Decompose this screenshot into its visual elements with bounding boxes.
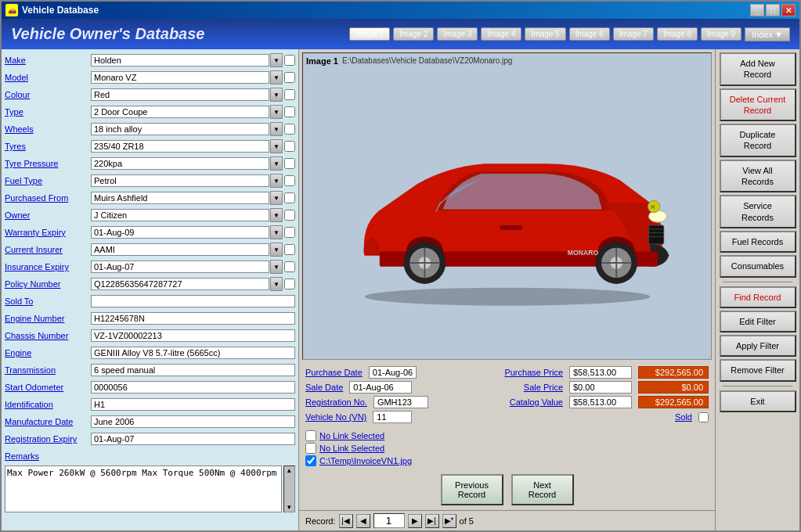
image-tab-4[interactable]: Image 4 [481, 27, 521, 41]
maximize-button[interactable]: □ [766, 4, 780, 16]
type-input[interactable] [91, 106, 269, 118]
close-button[interactable]: ✕ [781, 4, 796, 16]
purchased-from-input[interactable] [91, 192, 269, 204]
fuel-type-label[interactable]: Fuel Type [5, 176, 91, 185]
insurance-expiry-dropdown-icon[interactable]: ▼ [270, 260, 283, 274]
make-input[interactable] [91, 54, 269, 66]
tyre-pressure-checkbox[interactable] [284, 158, 295, 169]
sale-price-label[interactable]: Sale Price [524, 383, 563, 392]
tyres-label[interactable]: Tyres [5, 142, 91, 151]
current-insurer-dropdown-icon[interactable]: ▼ [270, 243, 283, 257]
registration-expiry-input[interactable] [91, 433, 295, 445]
record-last-button[interactable]: ▶| [425, 514, 439, 528]
warranty-expiry-checkbox[interactable] [284, 227, 295, 238]
apply-filter-button[interactable]: Apply Filter [720, 335, 796, 357]
scroll-down-icon[interactable]: ▼ [286, 504, 292, 511]
scroll-up-icon[interactable]: ▲ [286, 467, 292, 474]
colour-checkbox[interactable] [284, 89, 295, 100]
sold-to-input[interactable] [91, 295, 295, 307]
image-tab-8[interactable]: Image 8 [657, 27, 698, 41]
image-tab-2[interactable]: Image 2 [393, 27, 434, 41]
link-1-text[interactable]: No Link Selected [319, 431, 384, 440]
purchased-from-checkbox[interactable] [284, 192, 295, 203]
fuel-type-checkbox[interactable] [284, 175, 295, 186]
find-record-button[interactable]: Find Record [720, 286, 796, 308]
record-prev-button[interactable]: ◀ [356, 514, 370, 528]
next-record-button[interactable]: NextRecord [511, 474, 574, 505]
start-odometer-input[interactable] [91, 381, 295, 394]
sold-to-label[interactable]: Sold To [5, 297, 91, 306]
vehicle-no-input[interactable] [373, 411, 412, 423]
engine-number-label[interactable]: Engine Number [5, 314, 91, 323]
wheels-checkbox[interactable] [284, 124, 295, 135]
colour-dropdown-icon[interactable]: ▼ [270, 88, 283, 102]
owner-input[interactable] [91, 209, 269, 221]
manufacture-date-label[interactable]: Manufacture Date [5, 417, 91, 426]
identification-label[interactable]: Identification [5, 400, 91, 409]
make-dropdown-icon[interactable]: ▼ [270, 53, 283, 67]
link-2-text[interactable]: No Link Selected [319, 444, 384, 453]
remarks-textarea[interactable]: Max Power 260kW @ 5600rpm Max Torque 500… [5, 466, 282, 512]
model-label[interactable]: Model [5, 73, 91, 82]
purchase-price-label[interactable]: Purchase Price [504, 368, 563, 377]
tyres-checkbox[interactable] [284, 141, 295, 152]
remarks-scrollbar[interactable]: ▲ ▼ [283, 466, 295, 512]
consumables-button[interactable]: Consumables [720, 255, 796, 277]
wheels-input[interactable] [91, 123, 269, 135]
image-tab-7[interactable]: Image 7 [613, 27, 654, 41]
vehicle-no-label[interactable]: Vehicle No (VN) [305, 412, 366, 422]
current-insurer-label[interactable]: Current Insurer [5, 245, 91, 254]
type-dropdown-icon[interactable]: ▼ [270, 105, 283, 119]
record-first-button[interactable]: |◀ [339, 514, 353, 528]
image-tab-6[interactable]: Image 6 [569, 27, 610, 41]
index-button[interactable]: Index ▼ [745, 27, 790, 41]
tyre-pressure-dropdown-icon[interactable]: ▼ [270, 156, 283, 171]
fuel-records-button[interactable]: Fuel Records [720, 231, 796, 253]
identification-input[interactable] [91, 398, 295, 411]
colour-input[interactable] [91, 88, 269, 101]
warranty-expiry-label[interactable]: Warranty Expiry [5, 228, 91, 237]
registration-expiry-label[interactable]: Registration Expiry [5, 434, 91, 444]
purchased-from-label[interactable]: Purchased From [5, 193, 91, 203]
make-label[interactable]: Make [5, 56, 91, 65]
service-records-button[interactable]: ServiceRecords [720, 195, 796, 228]
tyres-input[interactable] [91, 140, 269, 153]
link-1-checkbox[interactable] [305, 430, 316, 441]
transmission-label[interactable]: Transmission [5, 365, 91, 375]
record-current-input[interactable] [373, 513, 405, 528]
model-input[interactable] [91, 71, 269, 84]
previous-record-button[interactable]: PreviousRecord [441, 474, 503, 505]
remove-filter-button[interactable]: Remove Filter [720, 359, 796, 381]
image-tab-5[interactable]: Image 5 [525, 27, 565, 41]
policy-number-checkbox[interactable] [284, 279, 295, 289]
sale-date-label[interactable]: Sale Date [305, 383, 343, 392]
owner-checkbox[interactable] [284, 210, 295, 221]
policy-number-input[interactable] [91, 278, 269, 290]
current-insurer-checkbox[interactable] [284, 244, 295, 255]
link-3-checkbox[interactable] [305, 455, 316, 466]
sold-checkbox[interactable] [698, 412, 709, 422]
tyres-dropdown-icon[interactable]: ▼ [270, 139, 283, 153]
duplicate-record-button[interactable]: DuplicateRecord [720, 124, 796, 157]
owner-dropdown-icon[interactable]: ▼ [270, 208, 283, 222]
chassis-number-label[interactable]: Chassis Number [5, 331, 91, 340]
colour-label[interactable]: Colour [5, 90, 91, 99]
exit-button[interactable]: Exit [720, 390, 796, 412]
wheels-dropdown-icon[interactable]: ▼ [270, 122, 283, 136]
engine-input[interactable] [91, 347, 295, 359]
start-odometer-label[interactable]: Start Odometer [5, 383, 91, 392]
policy-number-dropdown-icon[interactable]: ▼ [270, 277, 283, 291]
insurance-expiry-input[interactable] [91, 261, 269, 273]
record-next-button[interactable]: ▶ [408, 514, 422, 528]
purchased-from-dropdown-icon[interactable]: ▼ [270, 191, 283, 205]
warranty-expiry-dropdown-icon[interactable]: ▼ [270, 225, 283, 239]
current-insurer-input[interactable] [91, 243, 269, 256]
engine-label[interactable]: Engine [5, 348, 91, 358]
reg-no-label[interactable]: Registration No. [305, 397, 367, 407]
warranty-expiry-input[interactable] [91, 226, 269, 239]
sold-label[interactable]: Sold [675, 412, 692, 422]
manufacture-date-input[interactable] [91, 415, 295, 428]
tyre-pressure-input[interactable] [91, 157, 269, 170]
engine-number-input[interactable] [91, 312, 295, 325]
record-new-button[interactable]: ▶* [442, 514, 456, 528]
